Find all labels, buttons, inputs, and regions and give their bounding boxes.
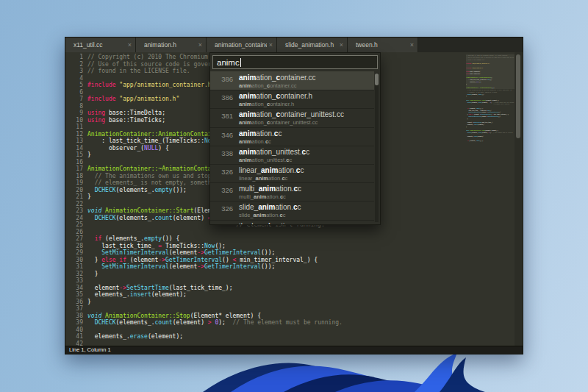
result-filepath: linear_animation.cc xyxy=(239,175,287,182)
code-line[interactable]: 38void AnimationContainer::Stop(Element*… xyxy=(67,313,370,320)
goto-result-item[interactable]: 381animation_container_unittest.ccanimat… xyxy=(210,108,374,126)
line-number: 17 xyxy=(67,165,87,173)
result-score: 326 xyxy=(210,186,233,194)
result-filename: animation.cc xyxy=(239,129,282,138)
result-score: 386 xyxy=(210,75,233,83)
line-number: 27 xyxy=(67,235,87,243)
line-number: 35 xyxy=(67,291,87,299)
code-text: // found in the LICENSE file. xyxy=(87,68,190,75)
goto-result-item[interactable]: 346animation.ccanimation.cc xyxy=(210,127,374,146)
code-text: DCHECK(elements_.count(element) > 0); //… xyxy=(466,132,513,134)
code-text: observer_(NULL) { xyxy=(87,145,169,152)
tab-close-icon[interactable]: × xyxy=(128,41,132,49)
code-editor-window: x11_util.cc×animation.h×animation_contai… xyxy=(65,37,523,354)
line-number: 38 xyxy=(67,313,87,320)
code-text: last_tick_time_ = TimeTicks::Now(); xyxy=(87,243,226,250)
result-filepath: multi_animation.cc xyxy=(239,193,286,200)
line-number: 30 xyxy=(67,257,87,264)
tab-tween.h[interactable]: tween.h× xyxy=(348,38,418,52)
line-number: 11 xyxy=(67,124,87,131)
tab-x11_util.cc[interactable]: x11_util.cc× xyxy=(65,38,136,52)
line-number: 14 xyxy=(67,145,87,152)
line-number: 29 xyxy=(67,249,87,257)
goto-result-item[interactable]: 326linear_animation.cclinear_animation.c… xyxy=(210,164,374,182)
goto-results-list: 386animation_container.ccanimation_conta… xyxy=(210,71,374,224)
tab-close-icon[interactable]: × xyxy=(269,41,273,49)
goto-result-item[interactable]: 386animation_container.ccanimation_conta… xyxy=(210,71,374,90)
code-text: AnimationContainer::AnimationContainer() xyxy=(87,131,229,138)
code-text: void AnimationContainer::Stop(Element* e… xyxy=(87,313,261,320)
editor-scrollbar[interactable] xyxy=(514,52,522,346)
line-number: 33 xyxy=(67,277,87,285)
tab-slide_animation.h[interactable]: slide_animation.h× xyxy=(277,38,348,52)
line-number: 16 xyxy=(67,159,87,166)
code-text: elements_.erase(element); xyxy=(87,333,183,341)
code-line[interactable]: 28 last_tick_time_ = TimeTicks::Now(); xyxy=(67,243,370,250)
code-line[interactable]: 29 SetMinTimerInterval(element->GetTimer… xyxy=(67,249,370,257)
result-filename: linear_animation.cc xyxy=(239,166,304,174)
code-text: } xyxy=(87,271,98,278)
code-line[interactable]: 34 element->SetStartTime(last_tick_time_… xyxy=(67,285,370,292)
code-line: elements_.erase(element); xyxy=(466,135,476,138)
goto-result-item[interactable]: 338animation_unittest.ccanimation_unitte… xyxy=(210,146,374,164)
code-line[interactable]: 37 xyxy=(67,305,370,313)
code-text: #include "app/animation.h" xyxy=(87,96,179,103)
tab-label: animation.h xyxy=(144,41,196,49)
tab-close-icon[interactable]: × xyxy=(340,41,343,49)
code-line[interactable]: 40 xyxy=(67,327,370,334)
code-line[interactable]: 31 SetMinTimerInterval(element->GetTimer… xyxy=(67,263,370,271)
line-number: 40 xyxy=(67,327,87,334)
goto-result-item[interactable]: 326slide_animation.ccslide_animation.cc xyxy=(210,201,374,219)
code-line: // found in the LICENSE file. xyxy=(466,59,476,61)
goto-result-item[interactable]: 326multi_animation.ccmulti_animation.cc xyxy=(210,182,374,201)
code-text: // element isn't running. xyxy=(466,103,510,105)
goto-search-input[interactable]: animc xyxy=(212,55,378,69)
line-number: 23 xyxy=(67,207,87,215)
cursor-position-label: Line 1, Column 1 xyxy=(69,346,111,353)
line-number: 24 xyxy=(67,215,87,222)
code-line: using base::TimeTicks; xyxy=(466,73,476,75)
tab-close-icon[interactable]: × xyxy=(198,41,202,49)
line-number: 19 xyxy=(67,179,87,187)
line-number: 28 xyxy=(67,243,87,250)
code-line[interactable]: 26 xyxy=(67,229,370,236)
line-number: 26 xyxy=(67,229,87,236)
line-number: 41 xyxy=(67,333,87,341)
result-filename: animation_container_unittest.cc xyxy=(239,110,344,118)
minimap[interactable]: // Copyright (c) 2010 The Chromium Autho… xyxy=(466,54,517,202)
tab-label: x11_util.cc xyxy=(74,41,126,49)
editor-scrollbar-thumb[interactable] xyxy=(516,54,520,138)
line-number: 7 xyxy=(67,96,87,103)
code-line[interactable]: 36} xyxy=(67,299,370,306)
tab-animation_container.h[interactable]: animation_container.h× xyxy=(207,38,277,52)
line-number: 9 xyxy=(67,110,87,117)
tab-bar: x11_util.cc×animation.h×animation_contai… xyxy=(65,38,523,53)
line-number: 34 xyxy=(67,285,87,292)
line-number: 6 xyxy=(67,89,87,96)
result-score: 326 xyxy=(210,168,233,176)
code-line[interactable]: 32 } xyxy=(67,271,370,278)
code-text: } else if (element->GetTimerInterval() <… xyxy=(87,257,318,264)
code-text: : last_tick_time_(TimeTicks::Now()), xyxy=(87,138,229,145)
goto-result-item[interactable]: 386animation_container.hanimation_contai… xyxy=(210,90,374,108)
goto-scrollbar[interactable] xyxy=(375,73,379,222)
code-line[interactable]: 35 elements_.insert(element); xyxy=(67,291,370,299)
goto-result-item[interactable]: 326throb_animation.ccthrob_animation.cc xyxy=(210,220,374,225)
code-line[interactable]: 33 xyxy=(67,277,370,285)
result-filename: multi_animation.cc xyxy=(239,185,301,193)
code-text: } xyxy=(466,83,467,85)
code-line[interactable]: 41 elements_.erase(element); xyxy=(67,333,370,341)
line-number: 8 xyxy=(67,103,87,110)
line-number: 4 xyxy=(67,75,87,82)
text-cursor xyxy=(240,58,242,67)
tab-close-icon[interactable]: × xyxy=(410,41,414,49)
code-line[interactable]: 39 DCHECK(elements_.count(element) > 0);… xyxy=(67,319,370,327)
line-number: 21 xyxy=(67,193,87,201)
line-number: 13 xyxy=(67,138,87,145)
code-line: elements_.insert(element); xyxy=(466,124,476,126)
goto-scrollbar-thumb[interactable] xyxy=(375,74,379,85)
tab-animation.h[interactable]: animation.h× xyxy=(136,38,207,52)
code-line[interactable]: 30 } else if (element->GetTimerInterval(… xyxy=(67,257,370,264)
line-number: 36 xyxy=(67,299,87,306)
code-line[interactable]: 27 if (elements_.empty()) { xyxy=(67,235,370,243)
